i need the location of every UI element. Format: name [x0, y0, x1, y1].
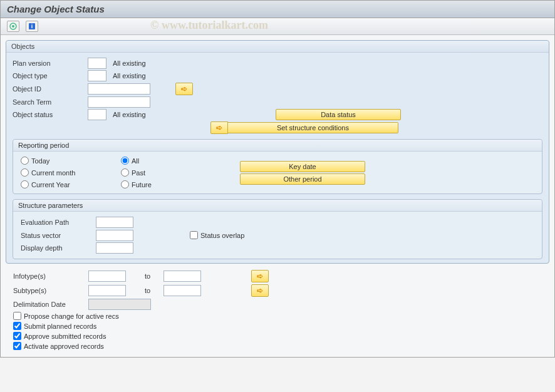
- radio-all-label: All: [132, 157, 139, 165]
- to-label-1: to: [126, 272, 163, 280]
- plan-version-label: Plan version: [13, 59, 88, 67]
- display-depth-label: Display depth: [21, 244, 96, 252]
- plan-version-field[interactable]: [88, 58, 106, 69]
- set-struct-arrow-button[interactable]: ➪: [210, 121, 228, 134]
- radio-current-month[interactable]: Current month: [21, 168, 121, 177]
- approve-label: Approve submitted records: [24, 333, 106, 340]
- bottom-section: Infotype(s) to ➪ Subtype(s) to ➪ Delimit…: [6, 270, 549, 350]
- structure-title: Structure parameters: [13, 200, 542, 212]
- status-vector-label: Status vector: [21, 232, 96, 239]
- structure-parameters-group: Structure parameters Evaluation Path Sta…: [13, 199, 542, 259]
- eval-path-field[interactable]: [96, 217, 133, 228]
- display-depth-field[interactable]: [96, 242, 133, 254]
- app-window: Change Object Status © www.tutorialkart.…: [0, 0, 555, 358]
- subtypes-from-field[interactable]: [88, 285, 126, 296]
- subtypes-multi-button[interactable]: ➪: [251, 284, 269, 297]
- infotypes-from-field[interactable]: [88, 271, 126, 282]
- plan-version-after: All existing: [113, 59, 146, 67]
- page-title: Change Object Status: [1, 1, 554, 18]
- radio-current-year-label: Current Year: [31, 181, 70, 188]
- other-period-button[interactable]: Other period: [240, 173, 365, 185]
- arrow-right-icon: ➪: [257, 272, 263, 281]
- approve-checkbox[interactable]: Approve submitted records: [13, 332, 542, 340]
- reporting-title: Reporting period: [13, 140, 542, 152]
- object-type-field[interactable]: [88, 70, 106, 81]
- objects-title: Objects: [6, 41, 549, 53]
- object-id-label: Object ID: [13, 85, 88, 93]
- set-structure-conditions-button[interactable]: Set structure conditions: [228, 122, 398, 133]
- propose-label: Propose change for active recs: [24, 312, 119, 320]
- propose-checkbox[interactable]: Propose change for active recs: [13, 312, 542, 320]
- object-status-after: All existing: [113, 111, 146, 118]
- object-status-field[interactable]: [88, 109, 106, 120]
- status-vector-field[interactable]: [96, 230, 133, 241]
- radio-past[interactable]: Past: [121, 168, 221, 177]
- infotypes-to-field[interactable]: [163, 271, 201, 282]
- multiple-selection-button[interactable]: ➪: [175, 83, 193, 95]
- radio-past-label: Past: [132, 169, 145, 177]
- to-label-2: to: [126, 287, 163, 294]
- status-overlap-label: Status overlap: [200, 232, 244, 239]
- delimitation-label: Delimitation Date: [13, 301, 88, 308]
- object-status-label: Object status: [13, 111, 88, 118]
- subtypes-label: Subtype(s): [13, 287, 88, 294]
- delimitation-date-field[interactable]: [88, 299, 151, 310]
- radio-today[interactable]: Today: [21, 157, 121, 165]
- reporting-radios: Today Current month Current Year All Pas…: [13, 152, 542, 193]
- reporting-period-group: Reporting period Today Current month Cur…: [13, 139, 542, 194]
- object-type-after: All existing: [113, 72, 146, 80]
- objects-body: Plan version All existing Object type Al…: [6, 53, 549, 263]
- arrow-right-icon: ➪: [257, 286, 263, 295]
- arrow-right-icon: ➪: [216, 123, 222, 132]
- info-icon[interactable]: i: [26, 21, 38, 32]
- infotypes-label: Infotype(s): [13, 272, 88, 280]
- radio-current-year[interactable]: Current Year: [21, 180, 121, 188]
- activate-checkbox[interactable]: Activate approved records: [13, 342, 542, 350]
- objects-group: Objects Plan version All existing Object…: [6, 40, 549, 264]
- activate-label: Activate approved records: [24, 343, 104, 350]
- radio-current-month-label: Current month: [31, 169, 75, 177]
- radio-today-label: Today: [31, 157, 49, 165]
- content-area: Objects Plan version All existing Object…: [1, 35, 554, 357]
- key-date-button[interactable]: Key date: [240, 161, 365, 172]
- object-type-label: Object type: [13, 72, 88, 80]
- toolbar: i: [1, 18, 554, 35]
- status-overlap-checkbox[interactable]: Status overlap: [190, 231, 244, 239]
- execute-icon[interactable]: [7, 21, 19, 32]
- data-status-button[interactable]: Data status: [276, 109, 401, 120]
- search-term-label: Search Term: [13, 98, 88, 106]
- submit-checkbox[interactable]: Submit planned records: [13, 322, 542, 330]
- svg-point-1: [12, 25, 14, 28]
- infotypes-multi-button[interactable]: ➪: [251, 270, 269, 282]
- svg-text:i: i: [31, 23, 33, 29]
- search-term-field[interactable]: [88, 96, 150, 108]
- eval-path-label: Evaluation Path: [21, 219, 96, 226]
- subtypes-to-field[interactable]: [163, 285, 201, 296]
- radio-all[interactable]: All: [121, 157, 221, 165]
- submit-label: Submit planned records: [24, 322, 96, 330]
- object-id-field[interactable]: [88, 83, 150, 95]
- arrow-right-icon: ➪: [181, 85, 187, 93]
- radio-future-label: Future: [132, 181, 152, 188]
- radio-future[interactable]: Future: [121, 180, 221, 188]
